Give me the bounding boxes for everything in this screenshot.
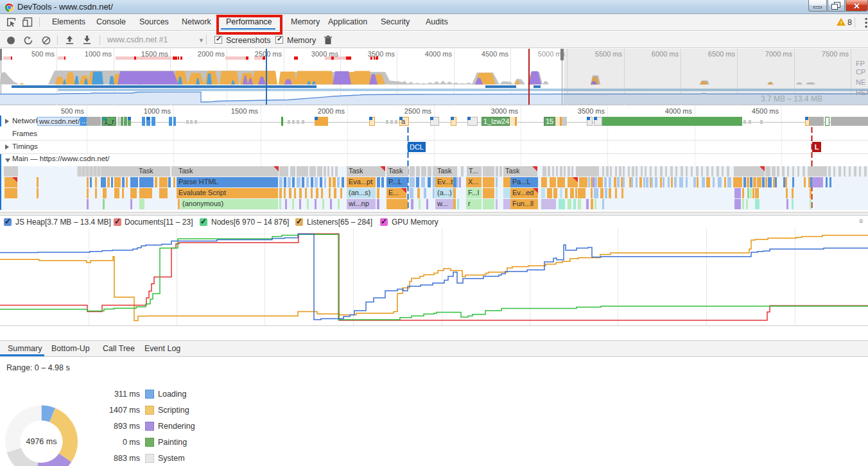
svg-text:4976 ms: 4976 ms <box>26 437 57 446</box>
